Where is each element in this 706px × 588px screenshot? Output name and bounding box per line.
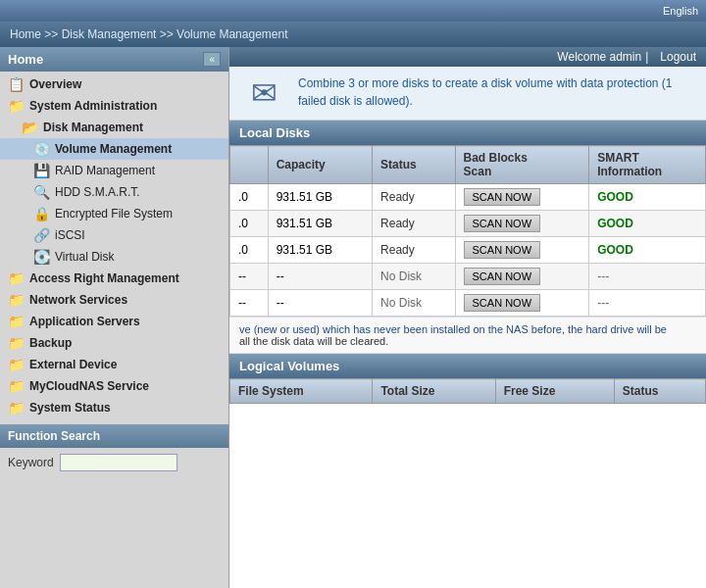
folder-icon6: 📁	[8, 357, 25, 372]
disks-table: Capacity Status Bad BlocksScan SMARTInfo…	[229, 145, 706, 317]
separator: |	[645, 50, 648, 64]
mail-icon: ✉	[239, 74, 288, 112]
sidebar-collapse-button[interactable]: «	[203, 52, 221, 67]
scan-now-button[interactable]: SCAN NOW	[464, 268, 541, 285]
disk-capacity: 931.51 GB	[268, 237, 372, 264]
disk-status: Ready	[373, 211, 455, 237]
disk-smart: ---	[589, 264, 706, 290]
keyword-label: Keyword	[8, 456, 54, 469]
volumes-section-header: Logical Volumes	[229, 354, 706, 378]
disk-smart: ---	[589, 290, 706, 317]
sidebar-item-disk-management[interactable]: 📂 Disk Management	[0, 117, 228, 138]
sidebar-item-label: Encrypted File System	[55, 207, 173, 220]
breadcrumb: Home >> Disk Management >> Volume Manage…	[10, 27, 288, 41]
scan-now-button[interactable]: SCAN NOW	[464, 241, 541, 259]
sidebar-item-iscsi[interactable]: 🔗 iSCSI	[0, 224, 228, 246]
disk-scan: SCAN NOW	[455, 184, 589, 211]
sidebar-item-label: Backup	[29, 336, 72, 350]
sidebar-item-label: RAID Management	[55, 164, 155, 177]
sidebar-item-label: Disk Management	[43, 121, 143, 134]
hdd-icon: 🔍	[33, 184, 50, 200]
sidebar-item-system-status[interactable]: 📁 System Status	[0, 397, 228, 418]
open-folder-icon: 📂	[22, 120, 38, 135]
folder-icon4: 📁	[8, 314, 25, 329]
scan-now-button[interactable]: SCAN NOW	[464, 294, 541, 312]
sidebar-item-encrypted-fs[interactable]: 🔒 Encrypted File System	[0, 203, 228, 224]
table-row: .0 931.51 GB Ready SCAN NOW GOOD	[230, 211, 706, 237]
col-header-status: Status	[373, 146, 455, 184]
keyword-row: Keyword	[0, 448, 228, 477]
sidebar-item-hdd-smart[interactable]: 🔍 HDD S.M.A.R.T.	[0, 181, 228, 203]
main-layout: Home « 📋 Overview 📁 System Administratio…	[0, 47, 706, 588]
info-text-content: Combine 3 or more disks to create a disk…	[298, 76, 673, 108]
sidebar-item-label: Volume Management	[55, 142, 172, 156]
table-row: -- -- No Disk SCAN NOW ---	[230, 290, 706, 317]
disk-id: .0	[230, 237, 269, 264]
welcome-bar: Welcome admin | Logout	[229, 47, 706, 67]
sidebar-item-application-servers[interactable]: 📁 Application Servers	[0, 311, 228, 332]
folder-icon2: 📁	[8, 270, 25, 286]
folder-icon5: 📁	[8, 335, 25, 351]
overview-icon: 📋	[8, 76, 25, 92]
sidebar-item-virtual-disk[interactable]: 💽 Virtual Disk	[0, 246, 228, 268]
welcome-text: Welcome admin	[557, 50, 641, 64]
disk-scan: SCAN NOW	[455, 237, 589, 264]
keyword-input[interactable]	[60, 454, 177, 471]
breadcrumb-bar: Home >> Disk Management >> Volume Manage…	[0, 22, 706, 47]
sidebar-item-label: MyCloudNAS Service	[29, 379, 149, 393]
sidebar-title: Home	[8, 52, 43, 67]
sidebar-item-external-device[interactable]: 📁 External Device	[0, 354, 228, 375]
language-selector[interactable]: English	[663, 5, 698, 17]
sidebar-item-system-admin[interactable]: 📁 System Administration	[0, 95, 228, 117]
disk-status: Ready	[373, 184, 455, 211]
sidebar: Home « 📋 Overview 📁 System Administratio…	[0, 47, 229, 588]
disk-capacity: --	[268, 264, 372, 290]
volumes-title-prefix: Logic	[239, 359, 274, 373]
iscsi-icon: 🔗	[33, 227, 50, 243]
disk-smart: GOOD	[589, 184, 706, 211]
sidebar-item-label: System Administration	[29, 99, 157, 113]
virtual-disk-icon: 💽	[33, 249, 50, 265]
sidebar-item-label: External Device	[29, 358, 117, 371]
folder-icon8: 📁	[8, 400, 25, 416]
col-header-smart: SMARTInformation	[589, 146, 706, 184]
sidebar-header: Home «	[0, 47, 228, 72]
folder-icon7: 📁	[8, 378, 25, 394]
sidebar-item-label: Application Servers	[29, 315, 140, 328]
disk-id: --	[230, 290, 269, 317]
sidebar-item-overview[interactable]: 📋 Overview	[0, 74, 228, 95]
table-row: -- -- No Disk SCAN NOW ---	[230, 264, 706, 290]
function-search-header: Function Search	[0, 424, 228, 448]
volumes-section-title: al Volumes	[274, 359, 340, 373]
disks-section-title: Lo	[239, 125, 255, 140]
folder-icon3: 📁	[8, 292, 25, 308]
sidebar-item-backup[interactable]: 📁 Backup	[0, 332, 228, 354]
folder-icon: 📁	[8, 98, 25, 114]
scan-now-button[interactable]: SCAN NOW	[464, 215, 541, 232]
disk-id: --	[230, 264, 269, 290]
sidebar-section: 📋 Overview 📁 System Administration 📂 Dis…	[0, 72, 228, 420]
sidebar-item-raid-management[interactable]: 💾 RAID Management	[0, 160, 228, 181]
disk-capacity: 931.51 GB	[268, 211, 372, 237]
sidebar-item-network-services[interactable]: 📁 Network Services	[0, 289, 228, 311]
disk-scan: SCAN NOW	[455, 211, 589, 237]
info-text: Combine 3 or more disks to create a disk…	[298, 74, 696, 110]
disk-capacity: --	[268, 290, 372, 317]
scan-now-button[interactable]: SCAN NOW	[464, 188, 541, 206]
disk-scan: SCAN NOW	[455, 264, 589, 290]
logout-button[interactable]: Logout	[660, 50, 696, 64]
info-banner: ✉ Combine 3 or more disks to create a di…	[229, 67, 706, 121]
vol-col-freesize: Free Size	[495, 379, 614, 404]
sidebar-item-mycloud-service[interactable]: 📁 MyCloudNAS Service	[0, 375, 228, 397]
col-header-capacity: Capacity	[268, 146, 372, 184]
disk-status: No Disk	[373, 290, 455, 317]
sidebar-item-volume-management[interactable]: 💿 Volume Management	[0, 138, 228, 160]
disk-info-line1: ve (new or used) which has never been in…	[239, 323, 667, 335]
col-header-id	[230, 146, 269, 184]
vol-col-status: Status	[614, 379, 705, 404]
disks-section-title2: cal Disks	[255, 125, 310, 140]
sidebar-item-label: iSCSI	[55, 228, 85, 242]
disk-status: Ready	[373, 237, 455, 264]
function-search-title: Function Search	[8, 429, 100, 443]
sidebar-item-access-right[interactable]: 📁 Access Right Management	[0, 268, 228, 289]
